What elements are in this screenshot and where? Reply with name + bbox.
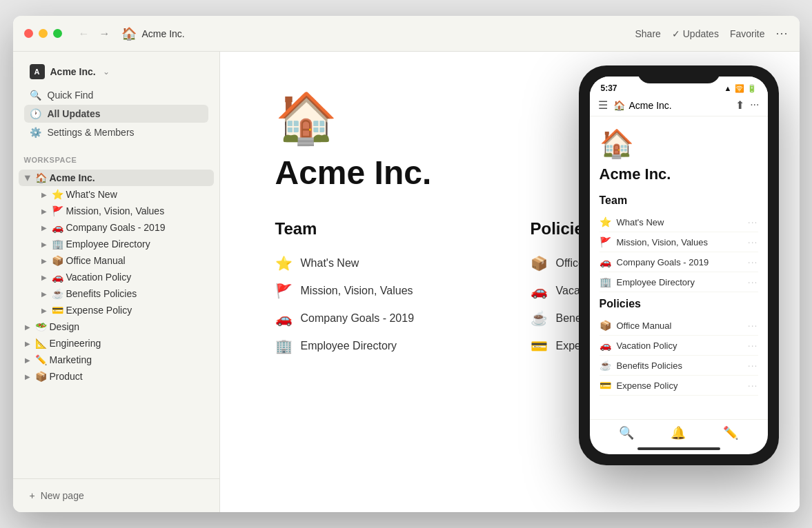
icon-marketing: ✏️ (35, 354, 47, 365)
phone-menu-icon[interactable]: ☰ (598, 99, 608, 112)
phone-home-indicator (637, 447, 720, 450)
phone-search-icon[interactable]: 🔍 (619, 425, 634, 440)
expand-arrow-acme: ▶ (23, 173, 31, 183)
title-bar-center: 🏠 Acme Inc. (121, 26, 635, 41)
label-marketing: Marketing (50, 354, 210, 365)
back-button[interactable]: ← (76, 26, 92, 41)
updates-button[interactable]: Updates (672, 28, 719, 39)
phone-item-benefits[interactable]: ☕ Benefits Policies ··· (600, 356, 758, 376)
content-item-whats-new[interactable]: ⭐ What's New (275, 250, 489, 277)
minimize-button[interactable] (39, 29, 48, 38)
phone-mockup: 5:37 ▲ 🛜 🔋 ☰ 🏠 Acm (579, 65, 779, 465)
content-item-mission[interactable]: 🚩 Mission, Vision, Values (275, 277, 489, 305)
new-page-button[interactable]: + New page (24, 487, 208, 504)
content-label-whats-new: What's New (301, 257, 359, 270)
content-item-directory[interactable]: 🏢 Employee Directory (275, 332, 489, 360)
icon-goals: 🚗 (52, 222, 63, 233)
sidebar-item-design[interactable]: ▶ 🥗 Design (19, 318, 214, 335)
phone-icon-directory: 🏢 (600, 276, 611, 287)
page-title-bar: Acme Inc. (142, 28, 185, 39)
sidebar-item-goals[interactable]: ▶ 🚗 Company Goals - 2019 (35, 219, 214, 236)
arrow-expense: ▶ (39, 307, 49, 314)
phone-label-expense: Expense Policy (617, 380, 678, 391)
phone-more-icon[interactable]: ··· (750, 99, 759, 112)
phone-edit-icon[interactable]: ✏️ (723, 425, 738, 440)
phone-icon-mission: 🚩 (600, 236, 611, 247)
sidebar-top: A Acme Inc. ⌄ 🔍 Quick Find 🕐 All Updates… (13, 52, 219, 148)
search-icon: 🔍 (30, 90, 42, 101)
close-button[interactable] (24, 29, 33, 38)
workspace-name-text: Acme Inc. (50, 66, 96, 77)
phone-page-title: Acme Inc. (600, 165, 758, 183)
label-whats-new: What's New (66, 189, 210, 200)
phone-item-manual[interactable]: 📦 Office Manual ··· (600, 316, 758, 336)
phone-label-vacation: Vacation Policy (617, 341, 677, 351)
phone-dots-manual: ··· (748, 320, 758, 331)
label-goals: Company Goals - 2019 (66, 222, 210, 233)
sidebar-item-expense[interactable]: ▶ 💳 Expense Policy (35, 302, 214, 318)
sidebar-all-updates[interactable]: 🕐 All Updates (24, 105, 208, 123)
phone-item-goals[interactable]: 🚗 Company Goals - 2019 ··· (600, 252, 758, 272)
phone-status-icons: ▲ 🛜 🔋 (724, 84, 757, 93)
arrow-benefits: ▶ (39, 290, 49, 298)
app-window: ← → 🏠 Acme Inc. Share Updates Favorite ·… (13, 16, 800, 512)
phone-item-mission[interactable]: 🚩 Mission, Vision, Values ··· (600, 232, 758, 252)
phone-icon-whats-new: ⭐ (600, 216, 611, 227)
phone-policies-title: Policies (600, 298, 758, 310)
sidebar-quick-find[interactable]: 🔍 Quick Find (24, 86, 208, 104)
phone-nav-actions: ⬆ ··· (735, 99, 759, 112)
sidebar: A Acme Inc. ⌄ 🔍 Quick Find 🕐 All Updates… (13, 52, 220, 512)
favorite-button[interactable]: Favorite (730, 28, 765, 39)
arrow-design: ▶ (23, 323, 32, 331)
phone-item-whats-new[interactable]: ⭐ What's New ··· (600, 212, 758, 232)
sidebar-item-mission[interactable]: ▶ 🚩 Mission, Vision, Values (35, 203, 214, 219)
arrow-product: ▶ (23, 373, 32, 380)
workspace-name[interactable]: A Acme Inc. ⌄ (24, 60, 208, 83)
phone-label-whats-new: What's New (617, 217, 664, 227)
new-page-label: New page (41, 490, 84, 501)
label-design: Design (50, 321, 210, 332)
phone-list-left-mission: 🚩 Mission, Vision, Values (600, 236, 708, 247)
sidebar-item-acme[interactable]: ▶ 🏠 Acme Inc. (19, 170, 214, 186)
traffic-lights (24, 29, 62, 38)
phone-label-manual: Office Manual (617, 321, 672, 331)
sidebar-item-engineering[interactable]: ▶ 📐 Engineering (19, 335, 214, 352)
phone-label-benefits: Benefits Policies (617, 361, 682, 371)
sidebar-item-directory[interactable]: ▶ 🏢 Employee Directory (35, 236, 214, 252)
acme-icon: 🏠 (35, 172, 47, 183)
sidebar-item-benefits[interactable]: ▶ ☕ Benefits Policies (35, 285, 214, 302)
phone-item-expense[interactable]: 💳 Expense Policy ··· (600, 376, 758, 396)
phone-icon-goals: 🚗 (600, 256, 611, 267)
content-icon-directory: 🏢 (275, 338, 293, 354)
content-icon-vacation: 🚗 (531, 283, 548, 299)
phone-team-title: Team (600, 194, 758, 207)
more-button[interactable]: ··· (775, 26, 788, 41)
sidebar-item-manual[interactable]: ▶ 📦 Office Manual (35, 252, 214, 269)
phone-item-directory[interactable]: 🏢 Employee Directory ··· (600, 272, 758, 292)
icon-directory: 🏢 (52, 238, 63, 250)
forward-button[interactable]: → (97, 26, 113, 41)
sidebar-item-whats-new[interactable]: ▶ ⭐ What's New (35, 186, 214, 203)
phone-page-icon: 🏠 (600, 128, 758, 160)
sidebar-item-product[interactable]: ▶ 📦 Product (19, 368, 214, 385)
phone-bottom-bar: 🔍 🔔 ✏️ (590, 419, 768, 447)
phone-bell-icon[interactable]: 🔔 (671, 425, 686, 440)
team-column: Team ⭐ What's New 🚩 Mission, Vision, Val… (275, 219, 489, 360)
quick-find-label: Quick Find (48, 90, 94, 101)
phone-icon-vacation: 🚗 (600, 340, 611, 351)
phone-item-vacation[interactable]: 🚗 Vacation Policy ··· (600, 336, 758, 356)
sidebar-settings[interactable]: ⚙️ Settings & Members (24, 123, 208, 141)
phone-nav-title: 🏠 Acme Inc. (613, 100, 731, 111)
team-section-title: Team (275, 219, 489, 238)
workspace-section-label: WORKSPACE (13, 148, 219, 167)
label-mission: Mission, Vision, Values (66, 205, 210, 216)
phone-share-icon[interactable]: ⬆ (735, 99, 744, 112)
share-button[interactable]: Share (635, 28, 661, 39)
phone-list-left-whats-new: ⭐ What's New (600, 216, 664, 227)
sidebar-item-vacation[interactable]: ▶ 🚗 Vacation Policy (35, 269, 214, 285)
sidebar-item-marketing[interactable]: ▶ ✏️ Marketing (19, 352, 214, 368)
content-item-goals[interactable]: 🚗 Company Goals - 2019 (275, 305, 489, 332)
phone-list-left-expense: 💳 Expense Policy (600, 380, 678, 391)
maximize-button[interactable] (53, 29, 62, 38)
phone-list-left-directory: 🏢 Employee Directory (600, 276, 695, 287)
